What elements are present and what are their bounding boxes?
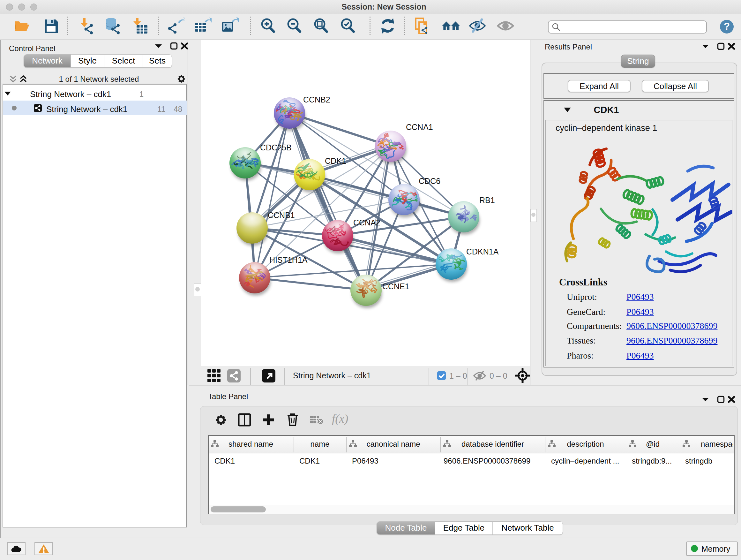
svg-text:CCNA2: CCNA2: [353, 218, 381, 227]
svg-text:RB1: RB1: [479, 196, 495, 205]
svg-text:CDK1: CDK1: [325, 157, 346, 165]
svg-text:CDC25B: CDC25B: [260, 143, 292, 152]
svg-text:CDC6: CDC6: [419, 177, 441, 186]
svg-text:HIST1H1A: HIST1H1A: [269, 255, 308, 264]
svg-text:CDKN1A: CDKN1A: [466, 247, 499, 256]
svg-text:CCNB2: CCNB2: [303, 95, 330, 104]
svg-text:CCNB1: CCNB1: [268, 211, 295, 220]
svg-text:CCNE1: CCNE1: [382, 282, 409, 291]
svg-text:CCNA1: CCNA1: [406, 123, 433, 132]
